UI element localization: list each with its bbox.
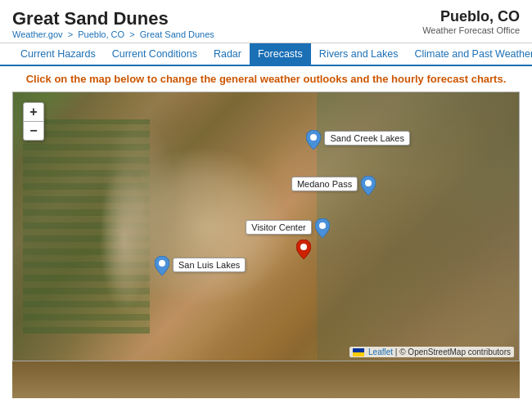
- svg-point-4: [159, 260, 165, 267]
- bottom-terrain: [12, 361, 520, 398]
- page-title: Great Sand Dunes: [12, 8, 214, 29]
- breadcrumb-current: Great Sand Dunes: [140, 29, 214, 39]
- instruction-bar: Click on the map below to change the gen…: [0, 66, 532, 92]
- office-name: Pueblo, CO: [422, 8, 520, 25]
- map-container[interactable]: + − Sand Creek Lakes Medano Pass Visitor…: [12, 92, 520, 361]
- nav-radar[interactable]: Radar: [205, 43, 250, 65]
- pin-label-san-luis: San Luis Lakes: [173, 258, 246, 272]
- zoom-out-button[interactable]: −: [24, 122, 43, 140]
- leaflet-flag-icon: [353, 348, 364, 356]
- breadcrumb-pueblo[interactable]: Pueblo, CO: [78, 29, 124, 39]
- nav-forecasts[interactable]: Forecasts: [250, 43, 311, 65]
- pin-sand-creek[interactable]: Sand Creek Lakes: [306, 130, 410, 150]
- header-left: Great Sand Dunes Weather.gov > Pueblo, C…: [12, 8, 214, 39]
- leaflet-link[interactable]: Leaflet: [368, 348, 393, 356]
- osm-attribution: © OpenStreetMap contributors: [399, 348, 511, 356]
- nav-current-conditions[interactable]: Current Conditions: [104, 43, 205, 65]
- pin-label-visitor: Visitor Center: [246, 220, 311, 235]
- svg-point-0: [310, 134, 317, 141]
- svg-point-2: [319, 222, 326, 229]
- blue-pin-visitor: [315, 218, 330, 238]
- nav-climate[interactable]: Climate and Past Weather: [406, 43, 532, 65]
- svg-point-1: [365, 180, 372, 186]
- red-pin-visitor: [296, 240, 311, 259]
- breadcrumb: Weather.gov > Pueblo, CO > Great Sand Du…: [12, 29, 214, 39]
- office-subtitle: Weather Forecast Office: [422, 25, 520, 35]
- map-attribution: Leaflet | © OpenStreetMap contributors: [349, 347, 514, 357]
- pin-medano-pass[interactable]: Medano Pass: [291, 176, 376, 195]
- breadcrumb-weather-gov[interactable]: Weather.gov: [12, 29, 63, 39]
- zoom-in-button[interactable]: +: [24, 103, 43, 121]
- blue-pin-medano: [361, 176, 376, 195]
- nav-rivers-lakes[interactable]: Rivers and Lakes: [311, 43, 407, 65]
- blue-pin-san-luis: [155, 256, 169, 276]
- pin-label-medano: Medano Pass: [291, 177, 358, 191]
- svg-point-3: [300, 244, 307, 250]
- blue-pin-sand-creek: [306, 130, 321, 150]
- main-nav: Current Hazards Current Conditions Radar…: [0, 43, 532, 66]
- pin-visitor-center[interactable]: Visitor Center: [246, 218, 329, 238]
- pin-san-luis[interactable]: San Luis Lakes: [155, 256, 246, 276]
- instruction-text: Click on the map below to change the gen…: [26, 73, 507, 85]
- nav-current-hazards[interactable]: Current Hazards: [12, 43, 104, 65]
- pin-visitor-red[interactable]: [296, 240, 311, 259]
- header-right: Pueblo, CO Weather Forecast Office: [422, 8, 520, 35]
- header: Great Sand Dunes Weather.gov > Pueblo, C…: [0, 0, 532, 43]
- zoom-controls: + −: [23, 102, 44, 141]
- pin-label-sand-creek: Sand Creek Lakes: [324, 131, 410, 146]
